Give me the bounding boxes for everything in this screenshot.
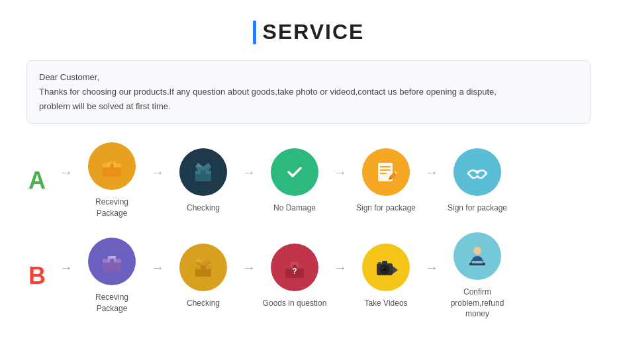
- svg-point-13: [475, 170, 479, 174]
- item-label-b3: Goods in question: [263, 298, 327, 309]
- arrow-b-start: →: [60, 260, 73, 293]
- svg-rect-21: [201, 266, 206, 269]
- icon-a2: [179, 148, 227, 196]
- flow-item-a2: Checking: [167, 148, 240, 214]
- arrow-b2-b3: →: [242, 260, 256, 293]
- item-label-b5: Confirm problem,refundmoney: [444, 287, 510, 320]
- flow-items-b: Receving Package →: [75, 232, 591, 320]
- svg-rect-32: [382, 261, 387, 264]
- flow-item-a4: Sign for package: [350, 148, 422, 214]
- notice-line3: problem will be solved at first time.: [39, 99, 578, 114]
- svg-text:?: ?: [292, 267, 297, 276]
- arrow-b4-b5: →: [425, 260, 438, 293]
- svg-rect-17: [110, 259, 114, 263]
- svg-rect-18: [108, 256, 116, 258]
- arrow-b1-b2: →: [151, 260, 164, 293]
- svg-marker-33: [393, 266, 398, 274]
- svg-rect-7: [201, 171, 206, 174]
- title-row: SERVICE: [26, 20, 591, 44]
- flow-item-b1: Receving Package: [75, 238, 148, 314]
- arrow-b3-b4: →: [334, 260, 347, 293]
- icon-b1: [88, 238, 136, 285]
- item-label-a2: Checking: [187, 203, 220, 214]
- flow-item-b2: Checking: [167, 244, 240, 309]
- svg-point-31: [383, 267, 384, 269]
- item-label-b1: Receving Package: [79, 292, 145, 314]
- notice-line2: Thanks for choosing our products.If any …: [39, 85, 578, 99]
- icon-b5: [453, 232, 501, 280]
- icon-a4: [362, 148, 410, 196]
- icon-b3: ?: [271, 244, 318, 291]
- item-label-b2: Checking: [187, 298, 220, 309]
- svg-rect-3: [108, 161, 116, 163]
- flow-item-b5: Confirm problem,refundmoney: [441, 232, 514, 320]
- arrow: →: [60, 165, 73, 197]
- svg-rect-4: [110, 163, 114, 167]
- flow-section-a: A → Receving Package: [26, 142, 591, 219]
- item-label-a3: No Damage: [273, 203, 316, 214]
- svg-rect-10: [380, 166, 391, 167]
- title-accent-bar: [253, 21, 256, 44]
- svg-point-8: [284, 161, 305, 183]
- item-label-a5: Sign for package: [448, 203, 507, 214]
- svg-rect-11: [380, 169, 391, 171]
- svg-rect-38: [472, 261, 483, 263]
- flow-row-b: B → Receving Packag: [26, 232, 591, 320]
- arrow-a4-a5: →: [425, 165, 438, 197]
- svg-rect-12: [380, 173, 387, 174]
- icon-b2: [179, 244, 227, 291]
- flow-item-b3: ? Goods in question: [258, 244, 331, 309]
- item-label-a4: Sign for package: [356, 203, 416, 214]
- icon-a5: [453, 148, 501, 196]
- flow-row-a: A → Receving Package: [26, 142, 591, 219]
- notice-line1: Dear Customer,: [39, 70, 578, 85]
- item-label-b4: Take Videos: [364, 298, 407, 309]
- flow-items-a: Receving Package →: [75, 142, 591, 219]
- row-label-b: B: [26, 262, 48, 290]
- flow-item-a3: No Damage: [258, 148, 331, 214]
- notice-box: Dear Customer, Thanks for choosing our p…: [26, 60, 591, 124]
- page: SERVICE Dear Customer, Thanks for choosi…: [0, 0, 617, 346]
- row-label-a: A: [26, 167, 48, 195]
- item-label-a1: Receving Package: [79, 197, 145, 219]
- arrow-a1-a2: →: [151, 165, 164, 197]
- icon-a1: [88, 142, 136, 190]
- svg-rect-34: [378, 262, 381, 264]
- flow-section-b: B → Receving Packag: [26, 232, 591, 320]
- flow-item-b4: Take Videos: [350, 244, 422, 309]
- arrow-a3-a4: →: [334, 165, 347, 197]
- icon-a3: [271, 148, 318, 196]
- arrow-a2-a3: →: [242, 165, 256, 197]
- page-title: SERVICE: [263, 20, 365, 44]
- flow-item-a5: Sign for package: [441, 148, 514, 214]
- icon-b4: [362, 244, 410, 291]
- svg-point-35: [473, 247, 481, 255]
- flow-item-a1: Receving Package: [75, 142, 148, 219]
